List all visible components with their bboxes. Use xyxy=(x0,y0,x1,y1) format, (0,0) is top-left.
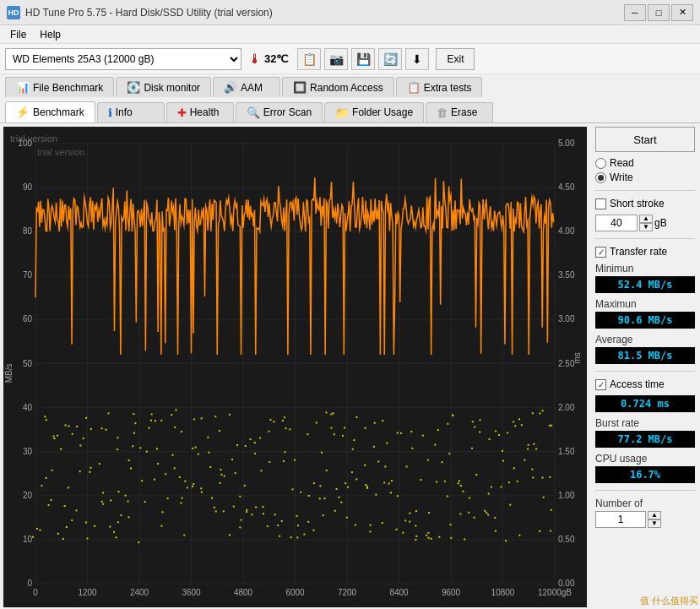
title-bar: HD HD Tune Pro 5.75 - Hard Disk/SSD Util… xyxy=(0,0,700,25)
number-of-down[interactable]: ▼ xyxy=(648,519,661,528)
maximum-value: 90.6 MB/s xyxy=(595,312,695,329)
short-stroke-spinner-btns: ▲ ▼ xyxy=(639,215,653,231)
tab-folder-usage[interactable]: 📁 Folder Usage xyxy=(324,102,424,122)
number-of-spinner-btns: ▲ ▼ xyxy=(648,511,661,528)
aam-icon: 🔊 xyxy=(224,81,237,94)
burst-rate-value: 77.2 MB/s xyxy=(595,431,695,448)
toolbar-icon-2[interactable]: 📷 xyxy=(324,48,348,70)
menu-bar: File Help xyxy=(0,25,700,44)
short-stroke-input[interactable] xyxy=(595,215,638,231)
tab-error-scan-label: Error Scan xyxy=(263,106,312,118)
radio-read[interactable]: Read xyxy=(595,157,695,169)
tab-aam[interactable]: 🔊 AAM xyxy=(213,77,280,97)
temperature-display: 🌡 32℃ xyxy=(248,52,289,67)
app-icon: HD xyxy=(7,6,20,19)
exit-button[interactable]: Exit xyxy=(436,48,475,70)
tab-health-label: Health xyxy=(190,106,220,118)
benchmark-icon: ⚡ xyxy=(16,106,30,118)
tab-aam-label: AAM xyxy=(241,82,263,94)
start-button[interactable]: Start xyxy=(595,127,695,152)
maximum-label: Maximun xyxy=(595,298,695,310)
right-panel: Start Read Write Short stroke ▲ ▼ gB xyxy=(590,123,700,609)
tab-file-benchmark-label: File Benchmark xyxy=(33,82,103,94)
tab-benchmark[interactable]: ⚡ Benchmark xyxy=(5,101,95,122)
temperature-value: 32℃ xyxy=(264,52,289,65)
average-label: Average xyxy=(595,334,695,345)
transfer-rate-checkbox[interactable]: ✓ Transfer rate xyxy=(595,246,695,258)
random-access-icon: 🔲 xyxy=(293,81,307,94)
toolbar-icon-3[interactable]: 💾 xyxy=(351,48,375,70)
cpu-usage-value: 16.7% xyxy=(595,466,695,483)
toolbar-icon-4[interactable]: 🔄 xyxy=(378,48,402,70)
access-time-box: ✓ xyxy=(595,379,606,390)
chart-area: trial version xyxy=(3,127,587,607)
minimize-button[interactable]: ─ xyxy=(624,4,646,21)
tab-health[interactable]: ✚ Health xyxy=(166,102,234,122)
divider-2 xyxy=(595,238,695,239)
window-title: HD Tune Pro 5.75 - Hard Disk/SSD Utility… xyxy=(25,7,273,19)
menu-help[interactable]: Help xyxy=(33,27,68,42)
folder-usage-icon: 📁 xyxy=(335,106,349,119)
maximum-section: Maximun 90.6 MB/s xyxy=(595,298,695,329)
short-stroke-down[interactable]: ▼ xyxy=(639,223,653,231)
toolbar-icon-5[interactable]: ⬇ xyxy=(405,48,429,70)
transfer-rate-box: ✓ xyxy=(595,247,606,258)
radio-read-circle xyxy=(595,158,606,169)
tab-row-1: 📊 File Benchmark 💽 Disk monitor 🔊 AAM 🔲 … xyxy=(0,74,700,97)
thermometer-icon: 🌡 xyxy=(248,52,262,67)
window-controls: ─ □ ✕ xyxy=(624,4,693,21)
erase-icon: 🗑 xyxy=(437,106,448,119)
menu-file[interactable]: File xyxy=(3,27,33,42)
maximize-button[interactable]: □ xyxy=(648,4,670,21)
access-time-value: 0.724 ms xyxy=(595,395,695,412)
benchmark-chart xyxy=(3,127,587,607)
short-stroke-up[interactable]: ▲ xyxy=(639,215,653,223)
toolbar: WD Elements 25A3 (12000 gB) 🌡 32℃ 📋 📷 💾 … xyxy=(0,44,700,74)
file-benchmark-icon: 📊 xyxy=(16,81,30,94)
health-icon: ✚ xyxy=(177,106,187,119)
short-stroke-spinner: ▲ ▼ gB xyxy=(595,215,695,231)
tab-area: 📊 File Benchmark 💽 Disk monitor 🔊 AAM 🔲 … xyxy=(0,74,700,123)
tab-info-label: Info xyxy=(116,106,133,118)
average-section: Average 81.5 MB/s xyxy=(595,334,695,364)
cpu-usage-section: CPU usage 16.7% xyxy=(595,453,695,483)
tab-erase[interactable]: 🗑 Erase xyxy=(426,102,493,122)
minimum-section: Minimun 52.4 MB/s xyxy=(595,263,695,293)
read-write-group: Read Write xyxy=(595,157,695,183)
drive-select[interactable]: WD Elements 25A3 (12000 gB) xyxy=(5,48,241,70)
extra-tests-icon: 📋 xyxy=(407,81,421,94)
error-scan-icon: 🔍 xyxy=(247,106,260,119)
short-stroke-unit: gB xyxy=(654,217,667,229)
disk-monitor-icon: 💽 xyxy=(127,81,140,94)
toolbar-icon-1[interactable]: 📋 xyxy=(297,48,321,70)
radio-write-circle xyxy=(595,172,606,183)
main-content: trial version Start Read Write Short str… xyxy=(0,123,700,609)
tab-disk-monitor[interactable]: 💽 Disk monitor xyxy=(116,77,211,97)
tab-info[interactable]: ℹ Info xyxy=(97,102,165,122)
tab-error-scan[interactable]: 🔍 Error Scan xyxy=(236,102,323,122)
divider-4 xyxy=(595,490,695,491)
tab-file-benchmark[interactable]: 📊 File Benchmark xyxy=(5,77,114,97)
access-time-checkbox[interactable]: ✓ Access time xyxy=(595,378,695,390)
burst-rate-label: Burst rate xyxy=(595,417,695,429)
access-time-section: 0.724 ms xyxy=(595,395,695,412)
tab-row-2: ⚡ Benchmark ℹ Info ✚ Health 🔍 Error Scan… xyxy=(0,99,700,122)
radio-write[interactable]: Write xyxy=(595,171,695,183)
number-of-label: Number of xyxy=(595,498,695,509)
tab-erase-label: Erase xyxy=(451,106,477,118)
tab-folder-usage-label: Folder Usage xyxy=(352,106,413,118)
burst-rate-section: Burst rate 77.2 MB/s xyxy=(595,417,695,448)
chart-watermark: trial version xyxy=(10,133,57,144)
tab-disk-monitor-label: Disk monitor xyxy=(144,82,200,94)
number-of-up[interactable]: ▲ xyxy=(648,511,661,519)
tab-extra-tests[interactable]: 📋 Extra tests xyxy=(396,77,483,97)
number-of-spinner: ▲ ▼ xyxy=(595,511,695,528)
tab-random-access[interactable]: 🔲 Random Access xyxy=(282,77,394,97)
close-button[interactable]: ✕ xyxy=(671,4,693,21)
tab-extra-tests-label: Extra tests xyxy=(424,82,472,94)
tab-benchmark-label: Benchmark xyxy=(33,106,84,118)
short-stroke-checkbox[interactable]: Short stroke xyxy=(595,198,695,209)
minimum-label: Minimun xyxy=(595,263,695,275)
cpu-usage-label: CPU usage xyxy=(595,453,695,465)
number-of-input[interactable] xyxy=(595,511,646,528)
